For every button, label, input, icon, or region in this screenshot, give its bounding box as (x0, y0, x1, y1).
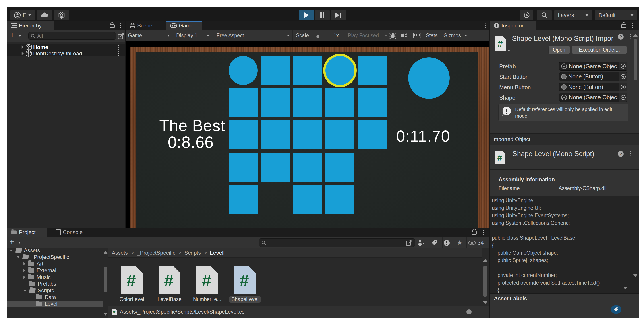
hierarchy-item-home[interactable]: Home (7, 44, 125, 50)
hierarchy-menu-icon[interactable] (120, 24, 121, 28)
gizmos-dropdown[interactable]: Gizmos (444, 32, 468, 38)
game-tile-r5c3[interactable] (293, 185, 322, 214)
game-tile-r5c4[interactable] (326, 185, 354, 214)
account-button[interactable]: F (10, 10, 35, 20)
hierarchy-lock-icon[interactable] (110, 24, 115, 28)
game-big-circle[interactable] (408, 57, 450, 99)
project-search-input[interactable] (259, 238, 415, 247)
scroll-thumb[interactable] (484, 266, 487, 297)
scroll-down-icon[interactable] (633, 274, 638, 277)
game-tile-r3c1[interactable] (229, 120, 258, 150)
game-tile-r1c4-highlighted[interactable] (326, 56, 354, 85)
pause-button[interactable] (315, 10, 330, 20)
favorites-star-icon[interactable]: ★ (456, 238, 463, 246)
play-button[interactable] (299, 10, 314, 20)
inspector-scrollbar[interactable] (633, 32, 638, 288)
tree-item-assets[interactable]: Assets (7, 248, 103, 254)
expand-caret-icon[interactable] (22, 52, 24, 55)
detach-search-icon[interactable] (406, 239, 412, 246)
help-icon[interactable]: ? (618, 151, 624, 157)
asset-colorlevel[interactable]: #ColorLevel (113, 266, 150, 302)
tree-item-level[interactable]: Level (7, 300, 103, 307)
debug-bug-icon[interactable] (389, 32, 396, 39)
asset-levelbase[interactable]: #LevelBase (151, 266, 188, 302)
create-object-caret-icon[interactable] (18, 35, 22, 37)
expand-caret-icon[interactable] (22, 46, 24, 49)
tree-item-music[interactable]: Music (7, 274, 103, 280)
scroll-thumb[interactable] (104, 267, 107, 292)
tab-scene[interactable]: Scene (126, 21, 159, 30)
breadcrumb-scripts[interactable]: Scripts (184, 250, 201, 256)
item-menu-icon[interactable] (118, 51, 119, 56)
project-lock-icon[interactable] (472, 231, 477, 234)
tree-item-art[interactable]: Art (7, 260, 103, 267)
expand-caret-icon[interactable] (24, 290, 26, 292)
object-picker-button[interactable] (619, 93, 627, 102)
tree-item-external[interactable]: External (7, 267, 103, 274)
create-asset-button[interactable]: + (9, 237, 14, 246)
mute-audio-icon[interactable] (401, 32, 407, 38)
expand-caret-icon[interactable] (10, 250, 13, 251)
tab-console[interactable]: Console (52, 228, 90, 237)
focus-mode-dropdown[interactable]: Play Focused (348, 32, 388, 38)
object-picker-button[interactable] (619, 72, 627, 81)
open-button[interactable]: Open (548, 46, 570, 54)
plastic-scm-button[interactable] (54, 10, 69, 20)
tree-item-prefabs[interactable]: Prefabs (7, 280, 103, 287)
importer-foldout-caret-icon[interactable] (508, 50, 510, 52)
scroll-up-icon[interactable] (483, 259, 488, 262)
inspector-lock-icon[interactable] (621, 24, 626, 28)
scroll-down-icon[interactable] (103, 313, 108, 316)
inspector-menu-icon[interactable] (632, 24, 633, 28)
tree-scrollbar[interactable] (103, 248, 108, 318)
tab-project[interactable]: Project (7, 228, 46, 237)
importer-menu-icon[interactable] (630, 34, 630, 38)
expand-caret-icon[interactable] (17, 256, 20, 258)
object-picker-button[interactable] (619, 62, 627, 70)
game-tile-r2c5[interactable] (358, 88, 386, 117)
game-tile-r2c4[interactable] (326, 88, 354, 117)
scale-slider-knob[interactable] (316, 35, 320, 38)
object-field-menubutton[interactable]: None (Button) (559, 82, 628, 92)
game-tile-r3c3[interactable] (293, 120, 322, 150)
hidden-packages-icon[interactable] (444, 240, 450, 246)
scroll-up-icon[interactable] (103, 251, 108, 254)
tab-game[interactable]: Game (166, 21, 202, 30)
tree-item-data[interactable]: Data (7, 294, 103, 300)
tree-item-scripts[interactable]: Scripts (7, 287, 103, 294)
visibility-eye-icon[interactable] (468, 240, 476, 245)
breadcrumb-projectspecific[interactable]: _ProjectSpecific (137, 250, 175, 256)
game-tile-r1c3[interactable] (293, 56, 322, 85)
execution-order-button[interactable]: Execution Order... (572, 46, 627, 54)
project-menu-icon[interactable] (483, 230, 484, 234)
scroll-up-icon[interactable] (633, 34, 638, 36)
asset-label-tag-button[interactable] (611, 306, 621, 314)
stats-button[interactable]: Stats (426, 32, 438, 38)
code-scroll-down-icon[interactable] (623, 286, 628, 290)
undo-history-button[interactable] (520, 10, 533, 20)
create-asset-caret-icon[interactable] (18, 242, 21, 244)
breadcrumb-level[interactable]: Level (210, 250, 224, 256)
scale-slider-track[interactable] (320, 36, 330, 37)
layers-dropdown[interactable]: Layers (554, 10, 592, 20)
aspect-dropdown[interactable]: Free Aspect (216, 32, 290, 38)
game-tile-r4c3[interactable] (293, 153, 322, 182)
asset-shapelevel[interactable]: #ShapeLevel (226, 266, 264, 302)
asset-grid-scrollbar[interactable] (482, 258, 488, 311)
breadcrumb-assets[interactable]: Assets (112, 250, 128, 256)
search-everything-button[interactable] (537, 10, 552, 20)
object-field-startbutton[interactable]: None (Button) (559, 72, 628, 81)
imported-menu-icon[interactable] (630, 151, 630, 156)
game-tile-r2c1[interactable] (229, 88, 258, 117)
help-icon[interactable]: ? (618, 34, 624, 40)
object-field-shape[interactable]: None (Game Object) (559, 93, 628, 102)
object-picker-button[interactable] (619, 83, 627, 91)
scroll-down-icon[interactable] (483, 301, 488, 304)
shortcuts-keyboard-icon[interactable] (413, 33, 421, 38)
game-tile-r1c2[interactable] (261, 56, 290, 85)
cloud-services-button[interactable] (37, 10, 52, 20)
item-menu-icon[interactable] (118, 45, 119, 50)
game-tile-r4c1[interactable] (229, 153, 258, 182)
search-by-type-icon[interactable] (417, 240, 424, 246)
asset-numberle[interactable]: #NumberLe... (188, 266, 226, 302)
